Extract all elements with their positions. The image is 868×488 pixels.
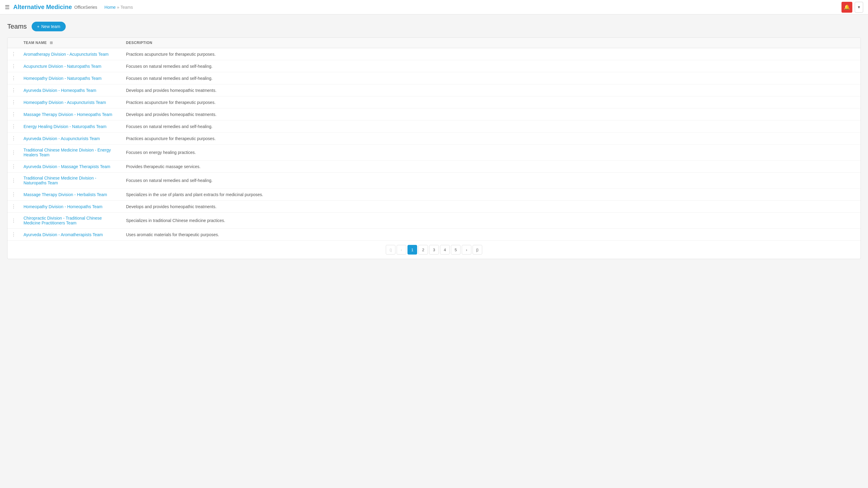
teams-table: TEAM NAME ⊞ DESCRIPTION ⋮ Aromatherapy D… [7, 38, 861, 240]
row-menu-button[interactable]: ⋮ [11, 135, 16, 141]
row-description-cell: Practices acupuncture for therapeutic pu… [122, 133, 861, 144]
row-description-cell: Focuses on natural remedies and self-hea… [122, 60, 861, 72]
row-menu-cell: ⋮ [7, 72, 20, 84]
team-name-link[interactable]: Traditional Chinese Medicine Division - … [24, 175, 96, 185]
row-menu-button[interactable]: ⋮ [11, 232, 16, 237]
row-menu-cell: ⋮ [7, 108, 20, 121]
row-team-name-cell: Ayurveda Division - Homeopaths Team [20, 84, 122, 96]
row-team-name-cell: Homeopathy Division - Acupuncturists Tea… [20, 96, 122, 108]
table-row: ⋮ Massage Therapy Division - Herbalists … [7, 189, 861, 201]
row-menu-button[interactable]: ⋮ [11, 218, 16, 224]
pagination-page-4[interactable]: 4 [440, 245, 450, 255]
team-name-link[interactable]: Homeopathy Division - Acupuncturists Tea… [24, 100, 106, 105]
team-name-link[interactable]: Energy Healing Division - Naturopaths Te… [24, 124, 106, 129]
team-name-link[interactable]: Homeopathy Division - Naturopaths Team [24, 76, 101, 81]
row-menu-button[interactable]: ⋮ [11, 87, 16, 93]
row-description-cell: Develops and provides homeopathic treatm… [122, 201, 861, 213]
breadcrumb-separator: » [117, 5, 119, 10]
team-name-link[interactable]: Acupuncture Division - Naturopaths Team [24, 64, 101, 69]
team-name-link[interactable]: Traditional Chinese Medicine Division - … [24, 148, 111, 157]
team-name-column-label: TEAM NAME [24, 41, 47, 45]
row-menu-button[interactable]: ⋮ [11, 63, 16, 69]
row-description-cell: Develops and provides homeopathic treatm… [122, 108, 861, 121]
row-menu-cell: ⋮ [7, 144, 20, 161]
row-menu-cell: ⋮ [7, 133, 20, 144]
table-row: ⋮ Traditional Chinese Medicine Division … [7, 173, 861, 189]
table-row: ⋮ Acupuncture Division - Naturopaths Tea… [7, 60, 861, 72]
table-row: ⋮ Ayurveda Division - Massage Therapists… [7, 161, 861, 173]
new-team-button[interactable]: + New team [32, 22, 66, 31]
pagination-last-button[interactable]: |⟩ [472, 245, 482, 255]
pagination-page-3[interactable]: 3 [429, 245, 439, 255]
row-team-name-cell: Massage Therapy Division - Homeopaths Te… [20, 108, 122, 121]
notifications-button[interactable]: 🔔 [841, 2, 852, 13]
table-row: ⋮ Massage Therapy Division - Homeopaths … [7, 108, 861, 121]
team-name-link[interactable]: Ayurveda Division - Aromatherapists Team [24, 232, 103, 237]
bell-icon: 🔔 [844, 4, 850, 10]
row-menu-cell: ⋮ [7, 161, 20, 173]
row-menu-cell: ⋮ [7, 189, 20, 201]
team-name-link[interactable]: Chiropractic Division - Traditional Chin… [24, 216, 102, 225]
team-name-link[interactable]: Ayurveda Division - Massage Therapists T… [24, 164, 110, 169]
row-description-cell: Develops and provides homeopathic treatm… [122, 84, 861, 96]
team-name-link[interactable]: Aromatherapy Division - Acupuncturists T… [24, 52, 108, 57]
row-description-cell: Focuses on energy healing practices. [122, 144, 861, 161]
row-menu-button[interactable]: ⋮ [11, 150, 16, 156]
office-series-label: OfficeSeries [74, 5, 97, 10]
breadcrumb-home[interactable]: Home [104, 5, 116, 10]
pagination-page-1[interactable]: 1 [407, 245, 417, 255]
table-row: ⋮ Ayurveda Division - Acupuncturists Tea… [7, 133, 861, 144]
row-team-name-cell: Homeopathy Division - Naturopaths Team [20, 72, 122, 84]
team-name-link[interactable]: Ayurveda Division - Homeopaths Team [24, 88, 96, 93]
page-content: Teams + New team TEAM NAME ⊞ DESCRIPTION [0, 14, 868, 266]
page-header: Teams + New team [7, 22, 861, 31]
row-menu-cell: ⋮ [7, 121, 20, 133]
row-menu-button[interactable]: ⋮ [11, 75, 16, 81]
pagination-page-2[interactable]: 2 [418, 245, 428, 255]
team-name-link[interactable]: Homeopathy Division - Homeopaths Team [24, 204, 102, 209]
row-description-cell: Specializes in traditional Chinese medic… [122, 213, 861, 229]
row-menu-button[interactable]: ⋮ [11, 51, 16, 57]
new-team-label: New team [41, 24, 60, 29]
th-team-name: TEAM NAME ⊞ [20, 38, 122, 48]
row-menu-button[interactable]: ⋮ [11, 99, 16, 105]
pagination-next-button[interactable]: › [462, 245, 471, 255]
team-name-link[interactable]: Ayurveda Division - Acupuncturists Team [24, 136, 100, 141]
breadcrumb-current: Teams [121, 5, 133, 10]
row-menu-button[interactable]: ⋮ [11, 204, 16, 209]
table-row: ⋮ Energy Healing Division - Naturopaths … [7, 121, 861, 133]
row-menu-button[interactable]: ⋮ [11, 178, 16, 184]
row-menu-cell: ⋮ [7, 84, 20, 96]
pagination-prev-button[interactable]: ‹ [397, 245, 406, 255]
user-dropdown-button[interactable]: ▼ [855, 2, 863, 13]
th-menu [7, 38, 20, 48]
row-description-cell: Focuses on natural remedies and self-hea… [122, 72, 861, 84]
row-team-name-cell: Traditional Chinese Medicine Division - … [20, 173, 122, 189]
pagination-page-5[interactable]: 5 [451, 245, 461, 255]
menu-icon[interactable]: ☰ [5, 4, 10, 10]
row-menu-cell: ⋮ [7, 213, 20, 229]
th-description: DESCRIPTION [122, 38, 861, 48]
row-menu-cell: ⋮ [7, 229, 20, 241]
row-menu-button[interactable]: ⋮ [11, 111, 16, 117]
row-team-name-cell: Aromatherapy Division - Acupuncturists T… [20, 48, 122, 60]
row-menu-button[interactable]: ⋮ [11, 124, 16, 129]
table-body: ⋮ Aromatherapy Division - Acupuncturists… [7, 48, 861, 241]
filter-icon[interactable]: ⊞ [50, 41, 53, 45]
row-menu-button[interactable]: ⋮ [11, 164, 16, 169]
table-row: ⋮ Homeopathy Division - Homeopaths Team … [7, 201, 861, 213]
row-description-cell: Practices acupuncture for therapeutic pu… [122, 96, 861, 108]
pagination-first-button[interactable]: ⟨| [386, 245, 396, 255]
row-team-name-cell: Ayurveda Division - Acupuncturists Team [20, 133, 122, 144]
team-name-link[interactable]: Massage Therapy Division - Herbalists Te… [24, 192, 107, 197]
team-name-link[interactable]: Massage Therapy Division - Homeopaths Te… [24, 112, 112, 117]
table-row: ⋮ Aromatherapy Division - Acupuncturists… [7, 48, 861, 60]
row-description-cell: Provides therapeutic massage services. [122, 161, 861, 173]
table-row: ⋮ Homeopathy Division - Naturopaths Team… [7, 72, 861, 84]
table-header-row: TEAM NAME ⊞ DESCRIPTION [7, 38, 861, 48]
row-menu-button[interactable]: ⋮ [11, 192, 16, 197]
row-menu-cell: ⋮ [7, 201, 20, 213]
row-team-name-cell: Massage Therapy Division - Herbalists Te… [20, 189, 122, 201]
row-team-name-cell: Acupuncture Division - Naturopaths Team [20, 60, 122, 72]
page-title: Teams [7, 23, 27, 30]
